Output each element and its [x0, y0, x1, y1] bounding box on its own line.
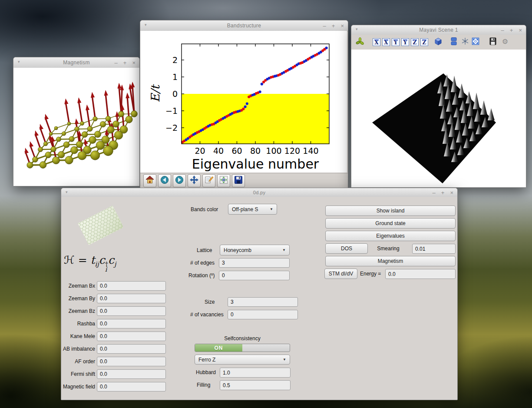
fullscreen-icon [471, 36, 480, 48]
view-x-plus-icon: X [373, 38, 380, 46]
filling-label: Filling [197, 382, 210, 388]
configure-scene-button[interactable]: ⚙ [500, 37, 510, 47]
isometric-view-icon [433, 36, 443, 48]
rotation-input[interactable] [219, 271, 290, 280]
maximize-button[interactable]: + [510, 27, 513, 33]
field-input-ab-imbalance[interactable] [97, 344, 166, 354]
eigenvalues-button[interactable]: Eigenvalues [325, 231, 456, 241]
field-input-zeeman-bx[interactable] [97, 281, 166, 291]
magnetism-titlebar[interactable]: ▾ Magnetism – + × [13, 57, 139, 68]
ground-state-button[interactable]: Ground state [325, 218, 456, 229]
selfconsistency-label: Selfconsistency [195, 335, 290, 342]
svg-text:Eigenvalue number: Eigenvalue number [192, 156, 319, 172]
svg-text:80: 80 [250, 146, 261, 156]
field-input-magnetic-field[interactable] [97, 382, 166, 391]
bands-color-dropdown[interactable]: Off-plane S ▼ [228, 204, 277, 215]
lattice-dropdown[interactable]: Honeycomb ▼ [220, 245, 290, 255]
honeycomb-spin-lattice [13, 68, 139, 185]
view-y-plus-button[interactable]: Y [391, 37, 400, 47]
svg-text:60: 60 [231, 146, 242, 156]
maximize-button[interactable]: + [123, 60, 127, 66]
vacancies-input[interactable] [228, 310, 298, 319]
field-input-rashba[interactable] [97, 319, 166, 328]
window-magnetism: ▾ Magnetism – + × [13, 57, 140, 186]
dos-button[interactable]: DOS [325, 243, 368, 254]
size-label: Size [205, 299, 215, 305]
fullscreen-button[interactable] [471, 37, 480, 47]
field-input-af-order[interactable] [97, 357, 166, 366]
svg-text:−2: −2 [165, 123, 178, 133]
lattice-label: Lattice [197, 247, 212, 253]
svg-text:40: 40 [213, 146, 224, 156]
axes-indicator-button[interactable] [460, 37, 470, 47]
close-button[interactable]: × [340, 23, 344, 29]
save-scene-icon [488, 36, 498, 48]
selfconsistency-toggle[interactable]: ON [195, 344, 290, 352]
maximize-button[interactable]: + [332, 23, 335, 29]
zoom-button[interactable] [202, 174, 215, 187]
minimize-button[interactable]: – [323, 23, 326, 29]
view-x-minus-button[interactable]: X [381, 37, 391, 47]
view-z-plus-button[interactable]: Z [410, 37, 420, 47]
view-z-minus-button[interactable]: Z [420, 37, 429, 47]
field-input-zeeman-by[interactable] [97, 294, 166, 303]
smearing-input[interactable] [412, 244, 456, 254]
axis-letter: Z [413, 40, 417, 46]
configure-subplots-button[interactable] [217, 174, 230, 187]
hubbard-input[interactable] [220, 368, 291, 378]
bandstructure-plot-canvas[interactable]: 20406080100120140−2−1012Eigenvalue numbe… [140, 31, 347, 172]
parallel-projection-button[interactable] [449, 37, 459, 47]
mayavi-logo-icon [355, 36, 365, 48]
axis-bar [384, 40, 388, 40]
show-island-button[interactable]: Show island [325, 206, 456, 216]
mayavi-3d-scene[interactable] [351, 50, 526, 187]
parallel-projection-icon [449, 36, 459, 48]
bands-color-label: Bands color [191, 206, 218, 212]
stm-surface-render [351, 50, 525, 186]
magnetism-3d-scene[interactable] [13, 68, 139, 186]
forward-button[interactable] [173, 174, 186, 187]
back-button[interactable] [158, 174, 171, 187]
eigenvalue-scatter-plot: 20406080100120140−2−1012Eigenvalue numbe… [140, 31, 347, 172]
view-y-minus-button[interactable]: Y [400, 37, 410, 47]
magnetism-button[interactable]: Magnetism [325, 256, 456, 266]
energy-input[interactable] [385, 269, 456, 279]
field-input-zeeman-bz[interactable] [97, 306, 166, 316]
view-x-plus-button[interactable]: X [372, 37, 381, 47]
maximize-button[interactable]: + [441, 189, 445, 196]
axis-letter: Y [403, 40, 407, 46]
minimize-button[interactable]: – [433, 189, 436, 196]
svg-text:0: 0 [172, 89, 178, 99]
close-button[interactable]: × [519, 27, 522, 33]
minimize-button[interactable]: – [115, 60, 118, 66]
close-button[interactable]: × [450, 189, 453, 196]
mayavi-titlebar[interactable]: ▾ Mayavi Scene 1 – + × [351, 25, 526, 35]
field-input-fermi-shift[interactable] [97, 369, 166, 379]
window-shade-icon[interactable]: ▾ [66, 190, 68, 194]
field-input-kane-mele[interactable] [97, 332, 166, 341]
bandstructure-titlebar[interactable]: ▾ Bandstructure – + × [140, 20, 348, 31]
main-titlebar[interactable]: ▾ 0d.py – + × [61, 188, 457, 197]
save-figure-button[interactable] [232, 174, 245, 187]
window-shade-icon[interactable]: ▾ [356, 27, 358, 31]
save-scene-button[interactable] [488, 37, 498, 47]
mayavi-logo-button[interactable] [355, 37, 365, 47]
size-input[interactable] [228, 297, 298, 307]
filling-input[interactable] [220, 380, 291, 390]
isometric-view-button[interactable] [433, 37, 443, 47]
window-shade-icon[interactable]: ▾ [145, 23, 147, 27]
edges-input[interactable] [219, 258, 290, 268]
pan-button[interactable] [188, 174, 201, 187]
close-button[interactable]: × [132, 60, 135, 66]
stm-didv-button[interactable]: STM dI/dV [324, 269, 357, 279]
magnetic-order-dropdown[interactable]: Ferro Z ▼ [195, 355, 290, 365]
window-shade-icon[interactable]: ▾ [18, 60, 20, 64]
svg-text:−1: −1 [165, 106, 178, 116]
field-label-zeeman-by: Zeeman By [61, 295, 95, 302]
vacancies-label: # of vacancies [190, 312, 224, 318]
svg-text:⚙: ⚙ [502, 38, 508, 45]
svg-text:120: 120 [284, 146, 300, 156]
axis-letter: X [384, 40, 388, 46]
minimize-button[interactable]: – [501, 27, 504, 33]
home-button[interactable] [143, 174, 156, 187]
